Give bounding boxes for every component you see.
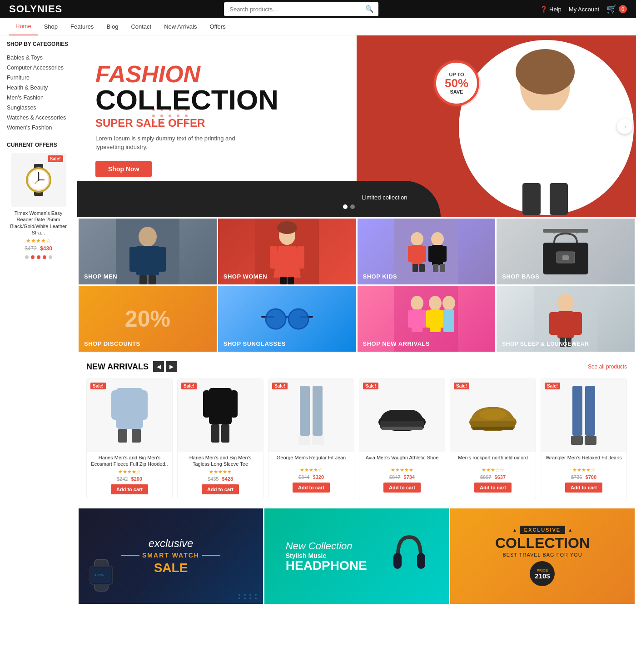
offer-name: Timex Women's Easy Reader Date 25mm Blac… [7, 210, 70, 236]
svg-rect-41 [433, 264, 438, 272]
search-button[interactable]: 🔍 [361, 2, 378, 16]
svg-point-9 [516, 49, 575, 95]
account-link[interactable]: My Account [569, 6, 599, 13]
see-all-link[interactable]: See all products [588, 363, 627, 370]
dot-2[interactable] [31, 255, 35, 259]
svg-rect-20 [139, 275, 147, 284]
logo: SOLYNIES [9, 3, 62, 15]
svg-rect-74 [230, 390, 238, 418]
add-to-cart-2[interactable]: Add to cart [202, 484, 239, 494]
svg-rect-76 [221, 424, 229, 443]
nav-offers[interactable]: Offers [203, 18, 232, 35]
badge-save: SAVE [450, 89, 463, 95]
cat-men[interactable]: SHOP MEN [79, 219, 217, 284]
promo-bag-text: ▲ EXCLUSIVE ▲ COLLECTION BEST TRAVEL BAG… [495, 526, 590, 586]
prev-arrow[interactable]: ◀ [153, 361, 164, 372]
cat-sleep-loungewear[interactable]: SHOP SLEEP & LOUNGEWEAR [497, 286, 635, 352]
sidebar-item-babies[interactable]: Babies & Toys [7, 53, 70, 63]
product-prices-6: $736 $700 [541, 474, 626, 480]
product-name-3: George Men's Regular Fit Jean [268, 452, 354, 467]
cat-women[interactable]: SHOP WOMEN [218, 219, 356, 284]
promo-travelbag[interactable]: ▲ EXCLUSIVE ▲ COLLECTION BEST TRAVEL BAG… [450, 508, 635, 604]
promo-sw-line3: SALE [121, 561, 220, 575]
sidebar: SHOP BY CATEGORIES Babies & Toys Compute… [0, 35, 77, 604]
limited-collection-text: Limited collection [362, 194, 407, 201]
dot-5[interactable] [49, 255, 52, 259]
add-to-cart-1[interactable]: Add to cart [111, 484, 148, 494]
sidebar-item-computer[interactable]: Computer Accessories [7, 63, 70, 73]
current-offers: CURRENT OFFERS Sale! Timex Wome [7, 142, 70, 259]
product-stars-5: ★★★☆☆ [450, 467, 536, 473]
cat-new-arrivals[interactable]: SHOP NEW ARRIVALS [358, 286, 496, 352]
shop-now-button[interactable]: Shop Now [95, 161, 152, 177]
promo-smartwatch[interactable]: 100% exclusive SMART WATCH SALE [79, 508, 263, 604]
svg-rect-42 [440, 264, 445, 272]
svg-rect-67 [116, 388, 143, 429]
svg-rect-75 [211, 424, 219, 443]
svg-rect-83 [382, 427, 422, 430]
nav-home[interactable]: Home [9, 18, 38, 35]
product-name-6: Wrangler Men's Relaxed Fit Jeans [541, 452, 626, 467]
add-to-cart-5[interactable]: Add to cart [474, 483, 512, 493]
dot-4[interactable] [43, 255, 46, 259]
product-img-1: Sale! [87, 379, 172, 452]
add-to-cart-6[interactable]: Add to cart [565, 483, 602, 493]
old-price-1: $242 [117, 476, 128, 482]
offer-item[interactable]: Sale! Timex Women's Easy Reader Date 25m… [7, 153, 70, 259]
svg-rect-90 [571, 436, 583, 445]
sidebar-item-furniture[interactable]: Furniture [7, 73, 70, 83]
svg-marker-25 [273, 246, 301, 278]
cat-bags[interactable]: SHOP BAGS [497, 219, 635, 284]
slide-dot-2[interactable] [350, 204, 355, 209]
add-to-cart-3[interactable]: Add to cart [293, 483, 330, 493]
slide-dot-1[interactable] [343, 204, 348, 209]
svg-rect-28 [280, 277, 287, 284]
sidebar-item-womens[interactable]: Women's Fashion [7, 123, 70, 133]
promo-headphone[interactable]: New Collection Stylish Music HEADPHONE [264, 508, 449, 604]
sidebar-item-sunglasses[interactable]: Sunglasses [7, 103, 70, 113]
cat-kids-label: SHOP KIDS [363, 273, 398, 280]
svg-point-61 [557, 294, 574, 312]
help-link[interactable]: ❓ Help [540, 6, 561, 13]
cart-button[interactable]: 🛒 0 [606, 4, 627, 14]
nav-shop[interactable]: Shop [38, 18, 64, 35]
product-stars-2: ★★★★★ [178, 469, 263, 475]
cat-kids[interactable]: SHOP KIDS [358, 219, 496, 284]
sidebar-item-health[interactable]: Health & Beauty [7, 83, 70, 93]
next-arrow[interactable]: ▶ [166, 361, 177, 372]
nav-blog[interactable]: Blog [100, 18, 124, 35]
offer-prices: $472 $430 [7, 245, 70, 252]
products-grid: Sale! Hanes Men's and Big Men's Ecosmart… [86, 378, 627, 499]
product-img-6: Sale! [541, 379, 626, 452]
dot-1[interactable] [25, 255, 29, 259]
dot-3[interactable] [37, 255, 40, 259]
sale-badge-2: Sale! [181, 383, 197, 389]
hero-discount-badge: UP TO 50% SAVE [434, 60, 479, 106]
hero-next-arrow[interactable]: → [617, 119, 632, 134]
search-input[interactable] [224, 3, 361, 15]
hero-text: FASHION COLLECTION SUPER SALE OFFER Lore… [77, 62, 297, 191]
cat-bags-label: SHOP BAGS [502, 273, 539, 280]
offer-rating: ★★★★☆ [7, 238, 70, 244]
cat-discounts[interactable]: 20% SHOP DISCOUNTS [79, 286, 217, 352]
sidebar-item-mens[interactable]: Men's Fashion [7, 93, 70, 103]
product-card-5: Sale! Men's rockport northfield oxford ★… [450, 378, 536, 499]
nav-features[interactable]: Features [64, 18, 100, 35]
nav-new-arrivals[interactable]: New Arrivals [158, 18, 203, 35]
svg-rect-17 [136, 246, 159, 275]
promo-hp-line3: HEADPHONE [286, 559, 367, 572]
cat-sunglasses[interactable]: SHOP SUNGLASSES [218, 286, 356, 352]
old-price-3: $344 [298, 474, 309, 480]
svg-rect-89 [585, 386, 595, 436]
svg-rect-21 [149, 275, 156, 284]
svg-rect-35 [412, 264, 418, 272]
svg-rect-10 [518, 110, 572, 183]
sidebar-item-watches[interactable]: Watches & Accessories [7, 113, 70, 123]
svg-point-87 [479, 409, 507, 420]
add-to-cart-4[interactable]: Add to cart [383, 483, 421, 493]
promo-bag-line2: COLLECTION [495, 536, 590, 550]
old-price-4: $847 [389, 474, 400, 480]
nav-contact[interactable]: Contact [124, 18, 158, 35]
cat-sunglasses-label: SHOP SUNGLASSES [224, 340, 286, 347]
product-img-2: Sale! [178, 379, 263, 452]
